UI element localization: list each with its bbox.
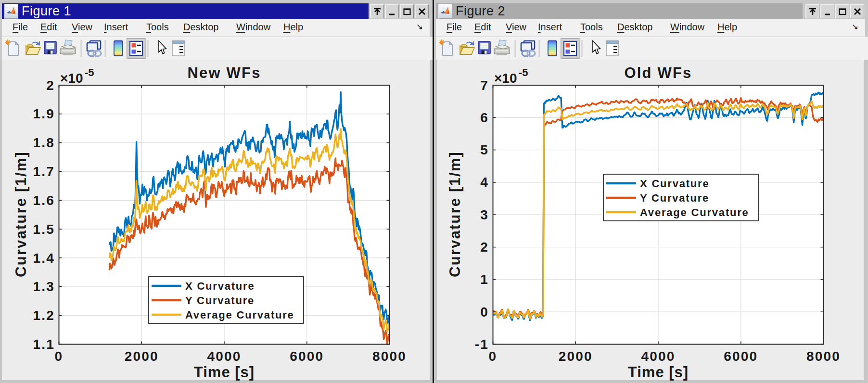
svg-text:Average Curvature: Average Curvature: [185, 309, 294, 321]
svg-text:1: 1: [480, 272, 489, 287]
svg-text:×10: ×10: [494, 71, 517, 86]
svg-text:5: 5: [480, 142, 489, 157]
svg-text:1.1: 1.1: [33, 337, 55, 352]
svg-text:2: 2: [46, 78, 55, 93]
svg-text:1.4: 1.4: [33, 251, 55, 266]
svg-text:Y Curvature: Y Curvature: [640, 192, 709, 204]
svg-text:6000: 6000: [290, 349, 324, 364]
svg-text:Time [s]: Time [s]: [194, 364, 255, 381]
svg-text:8000: 8000: [806, 349, 841, 364]
svg-text:Y Curvature: Y Curvature: [185, 294, 255, 306]
svg-text:0: 0: [489, 349, 498, 364]
svg-text:0: 0: [55, 349, 64, 364]
svg-text:-1: -1: [475, 337, 489, 352]
svg-text:1.2: 1.2: [33, 308, 55, 323]
svg-text:0: 0: [480, 305, 489, 319]
svg-text:1.5: 1.5: [33, 222, 55, 237]
svg-text:2000: 2000: [559, 349, 593, 364]
svg-text:1.9: 1.9: [33, 106, 55, 121]
svg-text:4000: 4000: [207, 349, 241, 364]
svg-text:New WFs: New WFs: [187, 64, 261, 81]
svg-text:×10: ×10: [60, 71, 83, 86]
svg-text:6: 6: [480, 110, 489, 125]
svg-text:6000: 6000: [724, 349, 758, 364]
svg-text:Old WFs: Old WFs: [624, 64, 692, 81]
svg-text:Average Curvature: Average Curvature: [640, 206, 749, 218]
svg-text:2000: 2000: [125, 349, 159, 364]
svg-text:4: 4: [480, 175, 489, 190]
svg-text:Curvature [1/m]: Curvature [1/m]: [13, 151, 29, 277]
svg-text:-5: -5: [85, 66, 94, 78]
svg-text:X Curvature: X Curvature: [185, 280, 255, 292]
svg-text:1.3: 1.3: [33, 279, 55, 294]
svg-text:2: 2: [480, 240, 489, 255]
svg-text:1.6: 1.6: [33, 193, 55, 208]
svg-text:7: 7: [480, 78, 489, 93]
svg-text:1.7: 1.7: [33, 164, 55, 179]
svg-text:4000: 4000: [641, 349, 675, 364]
svg-text:Curvature [1/m]: Curvature [1/m]: [447, 151, 463, 277]
svg-text:8000: 8000: [372, 349, 407, 364]
svg-text:X Curvature: X Curvature: [640, 178, 710, 190]
svg-text:-5: -5: [519, 66, 528, 78]
svg-text:3: 3: [480, 207, 489, 222]
svg-text:1.8: 1.8: [33, 135, 55, 150]
svg-text:Time [s]: Time [s]: [628, 364, 689, 381]
